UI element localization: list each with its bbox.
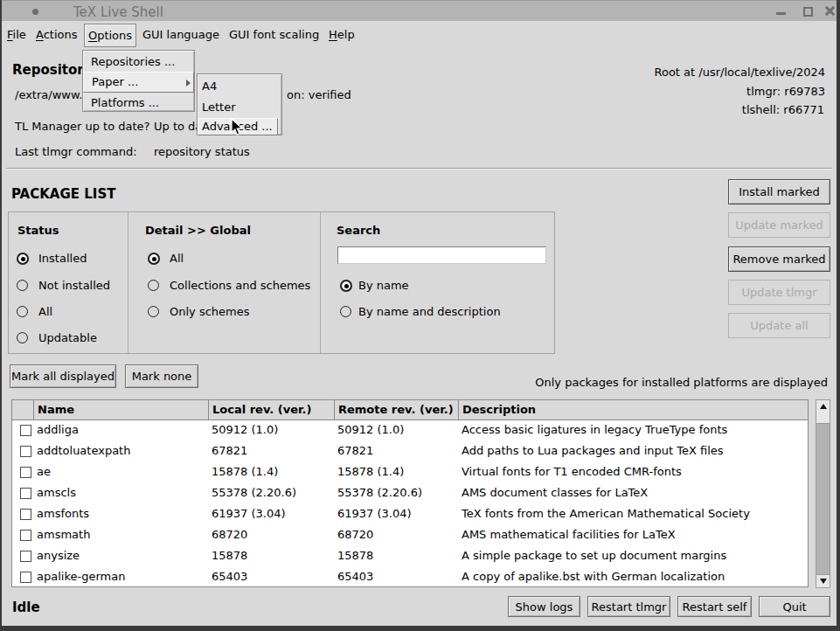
menu-actions[interactable]: Actions: [36, 21, 78, 49]
mark-all-displayed-button[interactable]: Mark all displayed: [10, 364, 116, 388]
mark-none-button[interactable]: Mark none: [125, 364, 198, 388]
radio-only-schemes-label: Only schemes: [170, 305, 250, 318]
show-logs-button[interactable]: Show logs: [508, 596, 580, 617]
package-table: Name Local rev. (ver.) Remote rev. (ver.…: [11, 399, 809, 587]
platforms-note: Only packages for installed platforms ar…: [535, 376, 828, 389]
header-name[interactable]: Name: [33, 400, 208, 420]
radio-installed[interactable]: [17, 253, 29, 265]
row-checkbox[interactable]: [20, 572, 31, 583]
window-border: [0, 0, 2, 631]
separator: [7, 168, 832, 170]
menu-item-a4[interactable]: A4: [198, 76, 282, 97]
radio-all[interactable]: [17, 306, 28, 317]
table-row[interactable]: addtoluatexpath 67821 67821 Add paths to…: [12, 440, 808, 461]
update-tlmgr-button[interactable]: Update tlmgr: [728, 280, 830, 305]
status-text: Idle: [12, 600, 40, 615]
remove-marked-button[interactable]: Remove marked: [728, 246, 830, 272]
options-menu: Repositories ... Paper ... Platforms ...: [82, 50, 195, 112]
radio-not-installed[interactable]: [17, 280, 28, 291]
menu-gui-font-scaling[interactable]: GUI font scaling: [229, 21, 319, 49]
radio-collections-schemes[interactable]: [148, 280, 159, 291]
scroll-down-icon[interactable]: [816, 574, 830, 587]
table-row[interactable]: amscls 55378 (2.20.6) 55378 (2.20.6) AMS…: [12, 482, 808, 503]
menu-gui-language[interactable]: GUI language: [142, 21, 219, 49]
window-border: [837, 0, 840, 631]
header-description[interactable]: Description: [458, 400, 808, 420]
package-list-heading: PACKAGE LIST: [11, 186, 115, 202]
radio-not-installed-label: Not installed: [38, 279, 110, 292]
last-tlmgr-command-label: Last tlmgr command:: [15, 145, 137, 158]
radio-by-name-description-label: By name and description: [358, 305, 501, 318]
menu-file[interactable]: File: [7, 21, 26, 49]
window-border: [0, 0, 840, 1]
title-bar: TeX Live Shell: [2, 1, 837, 21]
table-row[interactable]: apalike-german 65403 65403 A copy of apa…: [12, 566, 808, 587]
row-checkbox[interactable]: [20, 467, 31, 478]
scroll-up-icon[interactable]: [816, 400, 830, 413]
radio-by-name-description[interactable]: [340, 306, 351, 317]
header-checkbox-column: [12, 400, 33, 420]
repository-heading: Repository: [12, 62, 93, 78]
app-icon: [32, 9, 38, 15]
maximize-icon[interactable]: [803, 7, 813, 17]
quit-button[interactable]: Quit: [759, 596, 830, 617]
tlmgr-revision: tlmgr: r69783: [746, 85, 825, 98]
radio-all-label: All: [38, 305, 52, 318]
minimize-icon[interactable]: [776, 12, 786, 15]
repository-verification: on: verified: [287, 88, 351, 101]
scrollbar-thumb[interactable]: [816, 413, 830, 424]
radio-collections-schemes-label: Collections and schemes: [170, 279, 310, 292]
table-scrollbar[interactable]: [816, 399, 830, 588]
menu-options[interactable]: Options: [84, 24, 136, 47]
detail-title: Detail >> Global: [145, 224, 251, 237]
table-header: Name Local rev. (ver.) Remote rev. (ver.…: [12, 400, 808, 420]
restart-self-button[interactable]: Restart self: [677, 596, 752, 617]
close-icon[interactable]: [824, 6, 834, 16]
table-row[interactable]: ae 15878 (1.4) 15878 (1.4) Virtual fonts…: [12, 461, 808, 482]
tlshell-revision: tlshell: r66771: [742, 103, 824, 116]
row-checkbox[interactable]: [20, 551, 31, 562]
radio-updatable-label: Updatable: [38, 331, 97, 344]
radio-detail-all-label: All: [170, 252, 184, 265]
search-input[interactable]: [337, 246, 546, 264]
row-checkbox[interactable]: [20, 530, 31, 541]
radio-only-schemes[interactable]: [148, 306, 159, 317]
root-path: Root at /usr/local/texlive/2024: [654, 66, 825, 79]
row-checkbox[interactable]: [20, 488, 31, 499]
tl-manager-up-to-date-label: TL Manager up to date?: [15, 120, 149, 133]
install-marked-button[interactable]: Install marked: [728, 179, 830, 205]
menu-item-platforms[interactable]: Platforms ...: [84, 93, 200, 114]
table-row[interactable]: anysize 15878 15878 A simple package to …: [12, 545, 808, 566]
window: TeX Live Shell File Actions Options GUI …: [0, 0, 840, 631]
filter-panel: Status Detail >> Global Search Installed…: [8, 211, 555, 354]
radio-detail-all[interactable]: [148, 253, 160, 265]
submenu-arrow-icon: [186, 80, 191, 87]
menu-item-repositories[interactable]: Repositories ...: [84, 52, 200, 73]
update-marked-button[interactable]: Update marked: [728, 212, 830, 238]
last-tlmgr-command-value: repository status: [154, 145, 250, 158]
menu-help[interactable]: Help: [329, 21, 355, 49]
table-row[interactable]: amsmath 68720 68720 AMS mathematical fac…: [12, 524, 808, 545]
repository-url: /extra/www.: [15, 88, 82, 101]
divider: [320, 212, 321, 353]
search-title: Search: [337, 224, 380, 237]
menu-item-letter[interactable]: Letter: [198, 97, 282, 118]
header-remote-rev[interactable]: Remote rev. (ver.): [334, 400, 458, 420]
radio-updatable[interactable]: [17, 332, 28, 343]
radio-by-name[interactable]: [340, 280, 352, 292]
menu-item-paper[interactable]: Paper ...: [83, 72, 194, 93]
radio-by-name-label: By name: [358, 279, 409, 292]
restart-tlmgr-button[interactable]: Restart tlmgr: [587, 596, 670, 617]
header-local-rev[interactable]: Local rev. (ver.): [208, 400, 334, 420]
radio-installed-label: Installed: [38, 252, 87, 265]
window-title: TeX Live Shell: [73, 4, 163, 20]
mouse-cursor: [231, 118, 245, 137]
table-row[interactable]: amsfonts 61937 (3.04) 61937 (3.04) TeX f…: [12, 503, 808, 524]
update-all-button[interactable]: Update all: [728, 313, 830, 338]
window-border: [0, 626, 840, 631]
row-checkbox[interactable]: [20, 425, 31, 436]
row-checkbox[interactable]: [20, 509, 31, 520]
table-row[interactable]: addliga 50912 (1.0) 50912 (1.0) Access b…: [12, 420, 808, 440]
divider: [128, 212, 128, 353]
row-checkbox[interactable]: [20, 446, 31, 457]
